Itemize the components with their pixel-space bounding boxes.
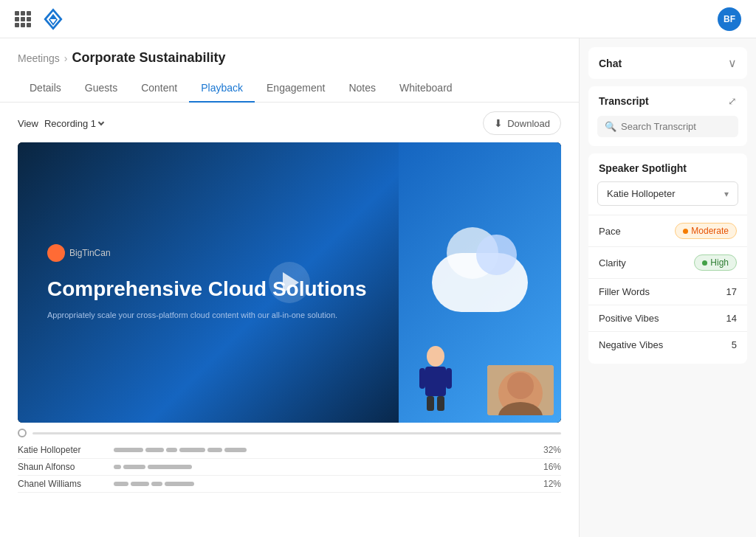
timeline-segment (165, 482, 194, 486)
chat-collapse-icon: ∨ (728, 56, 737, 70)
video-player[interactable]: BigTinCan Comprehensive Cloud Solutions … (18, 142, 561, 423)
grid-menu-icon[interactable] (15, 11, 31, 27)
selected-speaker: Katie Hollopeter (607, 188, 676, 199)
metric-name-filler-words: Filler Words (599, 286, 650, 297)
breadcrumb-separator: › (64, 52, 68, 64)
pace-badge: Moderate (675, 223, 737, 239)
speaker-dropdown-icon: ▾ (724, 189, 729, 199)
timeline-segment (114, 448, 143, 452)
timeline-segment (224, 448, 247, 452)
breadcrumb-current: Corporate Sustainability (72, 50, 225, 66)
cloud-illustration (432, 253, 528, 312)
person-webcam (487, 365, 554, 415)
tab-guests[interactable]: Guests (73, 75, 129, 103)
slide-title: Comprehensive Cloud Solutions (47, 277, 369, 302)
nav-left (15, 6, 66, 32)
chat-header[interactable]: Chat ∨ (588, 47, 747, 79)
svg-rect-1 (425, 367, 446, 396)
tab-whiteboard[interactable]: Whiteboard (388, 75, 464, 103)
timeline-segment (114, 465, 121, 469)
search-input[interactable] (621, 121, 731, 132)
video-background: BigTinCan Comprehensive Cloud Solutions … (18, 142, 561, 423)
transcript-header: Transcript ⤢ (588, 86, 747, 116)
search-icon: 🔍 (605, 121, 616, 132)
negative-vibes-value: 5 (732, 339, 737, 350)
speaker-name: Chanel Williams (18, 479, 106, 489)
speaker-name: Katie Hollopeter (18, 445, 106, 455)
chat-title: Chat (599, 58, 622, 69)
slide-subtitle: Appropriately scale your cross-platform … (47, 310, 369, 321)
clarity-badge: High (694, 254, 737, 271)
right-panel: Chat ∨ Transcript ⤢ 🔍 Speaker Spotlight (579, 38, 756, 537)
breadcrumb-area: Meetings › Corporate Sustainability (0, 38, 579, 69)
metric-row-filler-words: Filler Words 17 (588, 278, 747, 305)
speaker-timeline (114, 482, 528, 486)
progress-track[interactable] (32, 432, 561, 434)
download-icon: ⬇ (494, 117, 503, 129)
speaker-list: Katie Hollopeter 32% Shaun Alfonso (18, 442, 561, 493)
download-button[interactable]: ⬇ Download (483, 111, 561, 135)
timeline-segment (179, 448, 205, 452)
metric-name-pace: Pace (599, 226, 621, 237)
timeline-segment (114, 482, 128, 486)
svg-rect-5 (437, 396, 444, 411)
timeline-segment (131, 482, 149, 486)
timeline-segment (145, 448, 164, 452)
play-button[interactable] (269, 262, 310, 303)
timeline-segment (123, 465, 145, 469)
svg-point-8 (507, 373, 534, 399)
table-row: Chanel Williams 12% (18, 476, 561, 493)
top-nav: BF (0, 0, 756, 38)
metrics-list: Pace Moderate Clarity High (588, 215, 747, 364)
app-container: BF Meetings › Corporate Sustainability D… (0, 0, 756, 537)
breadcrumb: Meetings › Corporate Sustainability (18, 50, 561, 66)
transcript-search-box[interactable]: 🔍 (597, 116, 738, 137)
chat-section: Chat ∨ (588, 47, 747, 79)
main-content: Meetings › Corporate Sustainability Deta… (0, 38, 756, 537)
tab-details[interactable]: Details (18, 75, 73, 103)
transcript-title: Transcript (599, 95, 649, 107)
recording-dropdown-icon (98, 119, 104, 125)
timeline-segment (166, 448, 177, 452)
positive-vibes-value: 14 (726, 313, 737, 324)
speaker-percentage: 32% (535, 445, 561, 455)
tab-notes[interactable]: Notes (337, 75, 388, 103)
speaker-timeline (114, 448, 528, 452)
pace-value: Moderate (691, 226, 729, 236)
svg-rect-2 (419, 368, 425, 389)
recording-label: Recording 1 (44, 118, 96, 129)
progress-indicator[interactable] (18, 429, 27, 437)
speaker-percentage: 12% (535, 479, 561, 489)
breadcrumb-parent[interactable]: Meetings (18, 52, 60, 64)
transcript-section: Transcript ⤢ 🔍 (588, 86, 747, 146)
timeline-segment (148, 465, 192, 469)
person-figure (413, 342, 458, 415)
tabs-area: Details Guests Content Playback Engageme… (0, 69, 579, 103)
transcript-expand-icon[interactable]: ⤢ (728, 95, 737, 107)
view-label: View Recording 1 (18, 118, 103, 129)
recording-select[interactable]: Recording 1 (44, 118, 103, 129)
table-row: Shaun Alfonso 16% (18, 459, 561, 476)
clarity-dot (702, 260, 707, 266)
metric-row-clarity: Clarity High (588, 246, 747, 278)
tab-content[interactable]: Content (129, 75, 189, 103)
slide-content: BigTinCan Comprehensive Cloud Solutions … (18, 222, 399, 344)
playback-controls: View Recording 1 ⬇ Download (18, 111, 561, 135)
svg-rect-4 (427, 396, 434, 411)
spotlight-title: Speaker Spotlight (599, 162, 687, 174)
speaker-dropdown[interactable]: Katie Hollopeter ▾ (597, 181, 738, 206)
tab-playback[interactable]: Playback (189, 75, 255, 103)
speaker-percentage: 16% (535, 462, 561, 472)
clarity-value: High (710, 257, 729, 268)
brand-logo (47, 244, 65, 262)
svg-point-0 (427, 346, 444, 367)
table-row: Katie Hollopeter 32% (18, 442, 561, 459)
filler-words-value: 17 (726, 286, 737, 297)
tab-engagement[interactable]: Engagement (255, 75, 337, 103)
user-avatar[interactable]: BF (718, 7, 741, 31)
app-logo (40, 6, 66, 32)
progress-bar-container (18, 429, 561, 437)
metric-name-positive-vibes: Positive Vibes (599, 313, 659, 324)
svg-rect-3 (446, 368, 452, 389)
speaker-name: Shaun Alfonso (18, 462, 106, 472)
